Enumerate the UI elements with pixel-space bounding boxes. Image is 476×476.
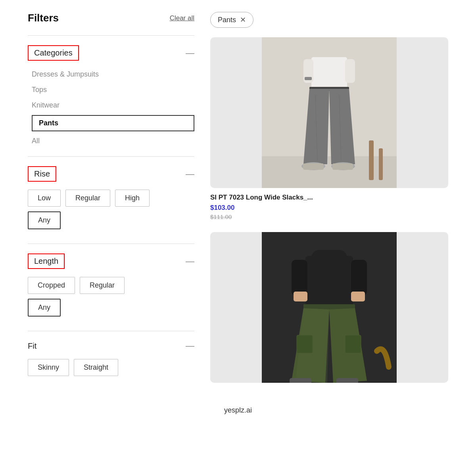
categories-header: Categories — — [28, 45, 194, 61]
svg-rect-21 — [292, 260, 307, 296]
length-any-row: Any — [28, 299, 194, 317]
category-pants[interactable]: Pants — [32, 115, 194, 131]
fit-header: Fit — — [28, 341, 194, 351]
length-any-button[interactable]: Any — [28, 299, 61, 317]
category-tops[interactable]: Tops — [32, 84, 194, 96]
fit-section: Fit — Skinny Straight — [28, 331, 194, 390]
rise-any-row: Any — [28, 211, 194, 229]
rise-buttons-row: Low Regular High — [28, 190, 194, 207]
svg-rect-20 — [311, 250, 347, 270]
svg-rect-7 — [345, 59, 355, 83]
svg-rect-24 — [351, 292, 365, 301]
fit-title: Fit — [28, 342, 36, 351]
svg-rect-17 — [332, 163, 353, 170]
product-svg-2 — [210, 232, 448, 383]
fit-buttons-row: Skinny Straight — [28, 359, 194, 376]
svg-rect-30 — [345, 335, 361, 353]
product-image-1 — [210, 37, 448, 188]
clear-all-button[interactable]: Clear all — [170, 14, 194, 22]
rise-any-button[interactable]: Any — [28, 211, 61, 229]
category-dresses[interactable]: Dresses & Jumpsuits — [32, 69, 194, 80]
svg-rect-8 — [305, 77, 312, 80]
svg-rect-32 — [336, 378, 358, 383]
length-regular-button[interactable]: Regular — [80, 277, 125, 294]
length-title: Length — [28, 253, 65, 269]
active-filters-row: Pants ✕ — [210, 12, 448, 28]
rise-collapse-icon[interactable]: — — [186, 169, 194, 179]
product-card-2[interactable] — [210, 232, 448, 388]
svg-rect-23 — [294, 292, 307, 301]
length-buttons-row: Cropped Regular — [28, 277, 194, 294]
svg-rect-31 — [290, 378, 311, 383]
svg-rect-5 — [311, 57, 347, 89]
product-image-2 — [210, 232, 448, 383]
product-1-price-original: $111.00 — [210, 213, 448, 220]
filters-title: Filters — [28, 12, 59, 24]
svg-rect-1 — [262, 37, 397, 164]
fit-skinny-button[interactable]: Skinny — [28, 359, 69, 376]
rise-header: Rise — — [28, 166, 194, 182]
rise-regular-button[interactable]: Regular — [65, 190, 110, 207]
rise-title: Rise — [28, 166, 56, 182]
categories-title: Categories — [28, 45, 79, 61]
categories-list: Dresses & Jumpsuits Tops Knitwear Pants … — [28, 69, 194, 147]
categories-section: Categories — Dresses & Jumpsuits Tops Kn… — [28, 35, 194, 156]
length-header: Length — — [28, 253, 194, 269]
svg-rect-22 — [351, 260, 367, 296]
rise-section: Rise — Low Regular High Any — [28, 156, 194, 244]
products-panel: Pants ✕ — [210, 12, 448, 390]
svg-rect-2 — [262, 156, 397, 188]
svg-rect-16 — [303, 163, 324, 170]
footer-brand: yesplz.ai — [0, 390, 476, 422]
product-card-1[interactable]: SI PT 7023 Long Wide Slacks_... $103.00 … — [210, 37, 448, 220]
svg-rect-3 — [369, 140, 374, 180]
fit-straight-button[interactable]: Straight — [74, 359, 118, 376]
active-filter-pants[interactable]: Pants ✕ — [210, 12, 253, 28]
filters-panel: Filters Clear all Categories — Dresses &… — [28, 12, 194, 390]
rise-high-button[interactable]: High — [115, 190, 150, 207]
svg-rect-29 — [297, 335, 313, 353]
product-1-price-sale: $103.00 — [210, 204, 448, 212]
category-knitwear[interactable]: Knitwear — [32, 100, 194, 111]
product-1-name: SI PT 7023 Long Wide Slacks_... — [210, 194, 448, 202]
categories-collapse-icon[interactable]: — — [186, 48, 194, 58]
fit-collapse-icon[interactable]: — — [186, 341, 194, 351]
product-grid: SI PT 7023 Long Wide Slacks_... $103.00 … — [210, 37, 448, 388]
rise-low-button[interactable]: Low — [28, 190, 61, 207]
remove-pants-filter-icon[interactable]: ✕ — [240, 15, 246, 24]
active-filter-pants-label: Pants — [218, 16, 236, 24]
length-section: Length — Cropped Regular Any — [28, 244, 194, 331]
product-svg-1 — [210, 37, 448, 188]
length-collapse-icon[interactable]: — — [186, 256, 194, 267]
filters-header: Filters Clear all — [28, 12, 194, 24]
length-cropped-button[interactable]: Cropped — [28, 277, 75, 294]
svg-rect-4 — [379, 148, 383, 180]
category-all[interactable]: All — [32, 135, 194, 147]
